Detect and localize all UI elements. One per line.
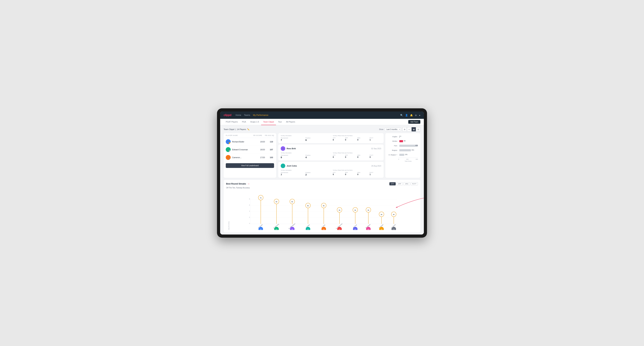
tab-pgat-players[interactable]: PGAT Players	[224, 119, 240, 125]
svg-text:4x: 4x	[354, 209, 356, 211]
bar-row-birdies: Birdies 96	[388, 140, 418, 143]
putt-label: PUTT	[370, 137, 381, 139]
filter-ott-button[interactable]: OTT	[390, 182, 396, 185]
avatar: C 3	[226, 155, 231, 160]
arg-label: ARG	[357, 137, 369, 139]
nav-links: Home Teams My Performance	[236, 113, 396, 117]
bar-fill-pars	[399, 145, 418, 147]
svg-text:EC: EC	[338, 229, 340, 230]
arg-value: 0	[357, 156, 369, 158]
settings-icon[interactable]: ⊕	[415, 114, 417, 117]
search-icon[interactable]: 🔍	[400, 114, 403, 117]
chart-view-btn[interactable]: ▦	[412, 127, 416, 131]
svg-text:0: 0	[249, 223, 250, 224]
svg-text:RB: RB	[323, 229, 324, 230]
stat-date: 02 Sep 2023	[371, 148, 381, 150]
svg-text:4x: 4x	[368, 209, 369, 211]
period-select[interactable]: Last 3 months	[385, 128, 401, 131]
app-value: 0	[345, 156, 357, 158]
rank-badge: 2	[229, 150, 231, 152]
bar-value-eagles: 3	[400, 135, 401, 137]
player-score: 18/20	[259, 149, 266, 151]
svg-text:2: 2	[249, 216, 250, 218]
nav-home[interactable]: Home	[236, 113, 241, 117]
bar-container-bogeys: 311	[399, 149, 418, 151]
table-row[interactable]: C 3 Cameron... 17/20 103	[224, 154, 276, 162]
stat-date: 26 Aug 2023	[371, 165, 381, 167]
arg-label: ARG	[357, 172, 369, 173]
stat-filter-buttons: OTT APP ARG PUTT	[390, 182, 418, 185]
nav-teams[interactable]: Teams	[244, 113, 250, 117]
main-content: Team Clippd | 14 Players ✏️ Show Last 3 …	[220, 125, 424, 234]
svg-text:4: 4	[249, 210, 250, 212]
bar-fill-birdies	[399, 140, 403, 142]
stat-card-header: JC Josh Coles 26 Aug 2023	[281, 164, 381, 168]
tab-hcaps[interactable]: Hcaps 1-5	[248, 119, 261, 125]
practice-activities-section: Total Practice Activities OTT 0 APP	[333, 135, 381, 141]
svg-text:CQ: CQ	[393, 229, 395, 230]
filter-putt-button[interactable]: PUTT	[411, 182, 418, 185]
list-view-btn[interactable]: ≡	[407, 127, 411, 131]
right-area: Total Rounds Tournament 7 Practice	[278, 133, 420, 178]
practice-activities: Total Practice Activities OTT 0 APP	[333, 170, 381, 176]
ott-section: OTT 0	[333, 137, 344, 141]
bar-chart: Eagles 3 Birdies	[388, 135, 418, 162]
grid-view-btn[interactable]: ⊞	[402, 127, 407, 131]
tab-pga[interactable]: PGA	[240, 119, 248, 125]
tab-all-players[interactable]: All Players	[284, 119, 297, 125]
nav-my-performance[interactable]: My Performance	[253, 113, 268, 117]
app-label: APP	[345, 137, 357, 139]
tablet-screen: clippd Home Teams My Performance 🔍 👤 🔔 ⊕…	[220, 112, 424, 234]
add-team-button[interactable]: Add Team	[408, 120, 420, 124]
practice-section: Practice 6	[306, 137, 329, 141]
edit-icon[interactable]: ✏️	[247, 128, 250, 131]
nav-bar: clippd Home Teams My Performance 🔍 👤 🔔 ⊕…	[220, 112, 424, 119]
user-icon[interactable]: 👤	[405, 114, 408, 117]
filter-app-button[interactable]: APP	[396, 182, 403, 185]
total-practice-label: Total Practice Activities	[333, 152, 381, 154]
app-value: 0	[345, 173, 357, 175]
putt-section: PUTT 0	[370, 155, 381, 158]
streaks-header: Best Round Streaks ← OTT APP ARG PUTT	[226, 182, 418, 185]
x-label-0: 0	[398, 159, 399, 160]
streak-arrow-icon: ←	[248, 182, 250, 185]
avatar-icon[interactable]: ●	[419, 114, 420, 117]
table-row[interactable]: EC 2 Edward Crossman 18/20 107	[224, 146, 276, 154]
view-icons: ⊞ ≡ ▦ ⊟	[402, 127, 420, 131]
tournament-rounds: 8	[281, 156, 304, 159]
total-practice-label: Total Practice Activities	[333, 135, 381, 137]
avatar: EC 2	[226, 147, 231, 152]
ott-value: 0	[333, 139, 344, 141]
bell-icon[interactable]: 🔔	[410, 114, 413, 117]
svg-text:7x: 7x	[260, 197, 262, 199]
show-label: Show	[379, 128, 384, 130]
ott-label: OTT	[333, 172, 344, 173]
app-section: APP 0	[345, 155, 357, 158]
y-axis-label: Best Streak, Fairway Accuracy	[228, 221, 230, 230]
table-row[interactable]: RB 1 Richard Butler 19/20 110	[224, 138, 276, 146]
view-full-leaderboard-button[interactable]: View Full Leaderboard	[226, 163, 274, 168]
svg-text:BM: BM	[276, 229, 278, 230]
player-name: Edward Crossman	[232, 149, 248, 151]
streaks-title-area: Best Round Streaks ←	[226, 182, 250, 185]
settings-view-btn[interactable]: ⊟	[416, 127, 420, 131]
stat-card-josh-coles: JC Josh Coles 26 Aug 2023 Total Rounds T…	[278, 162, 384, 178]
bar-row-dbogeys: D. Bogeys + 131	[388, 153, 418, 157]
bar-row-eagles: Eagles 3	[388, 135, 418, 138]
ott-value: 0	[333, 156, 344, 158]
practice-label: Practice	[306, 155, 329, 156]
bar-label-bogeys: Bogeys	[388, 149, 398, 151]
stat-card-header: RB Rees Britt 02 Sep 2023	[281, 146, 381, 151]
x-axis-label: Total Shots	[398, 161, 418, 162]
filter-arg-button[interactable]: ARG	[404, 182, 410, 185]
tab-team-clippd[interactable]: Team Clippd	[261, 119, 276, 125]
tab-tour[interactable]: Tour	[276, 119, 284, 125]
putt-section: PUTT 1	[370, 137, 381, 141]
svg-text:6x: 6x	[292, 201, 293, 202]
ott-section: OTT 0	[333, 155, 344, 158]
svg-text:5x: 5x	[323, 205, 324, 206]
sub-nav-tabs: PGAT Players PGA Hcaps 1-5 Team Clippd T…	[224, 119, 408, 125]
tournament-rounds: 7	[281, 173, 304, 176]
practice-activities: Total Practice Activities OTT 0 APP	[333, 152, 381, 159]
team-name: Team Clippd	[224, 128, 234, 130]
